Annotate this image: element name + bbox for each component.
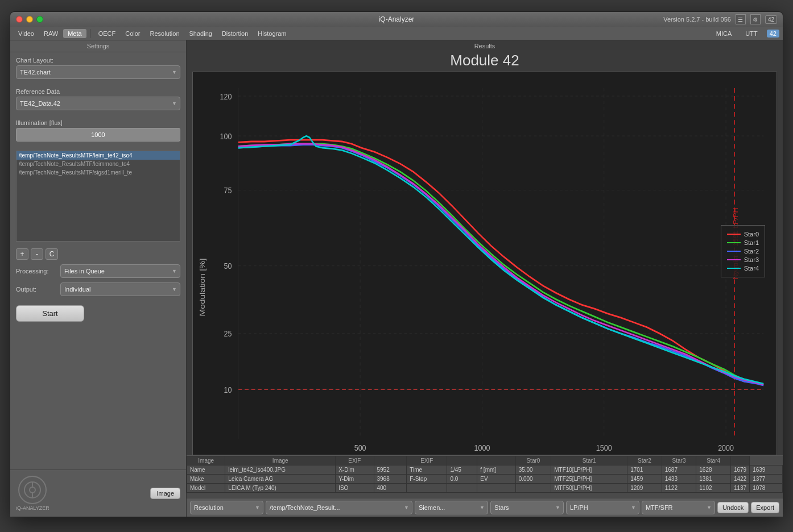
row0-star0: 1701 [627,466,662,475]
close-button[interactable] [16,16,23,23]
gear-icon[interactable]: ⚙ [750,14,761,24]
col-exif1-val-header [374,456,407,466]
maximize-button[interactable] [36,16,43,23]
dropdown3-wrapper: Siemen... ▼ [415,501,488,514]
middle-menu-group: OECF Color Resolution Shading Distortion… [94,29,291,38]
menu-video[interactable]: Video [14,29,39,38]
dropdown4-stars[interactable]: Stars [490,501,564,514]
row2-star4: 1078 [750,484,783,493]
dropdown5-wrapper: LP/PH ▼ [566,501,639,514]
minimize-button[interactable] [26,16,33,23]
scroll-col [730,456,749,466]
col-star2-header: Star2 [627,456,662,466]
export-button[interactable]: Export [751,502,779,513]
dropdown2-path[interactable]: /temp/TechNote_Result... [266,501,412,514]
start-button[interactable]: Start [16,305,84,322]
menu-mica[interactable]: MICA [712,29,737,38]
file-item-1[interactable]: /temp/TechNote_ResultsMTF/leimmono_to4 [16,160,180,168]
row2-model: LEICA M (Typ 240) [225,484,336,493]
legend-line-star2 [727,251,741,252]
image-button[interactable]: Image [150,488,180,499]
remove-file-button[interactable]: - [31,248,43,260]
chart-layout-select-wrapper: TE42.chart ▼ [16,65,180,79]
chart-layout-label: Chart Layout: [16,57,180,64]
row1-fstop-label: F-Stop [407,475,447,484]
file-item-0[interactable]: /temp/TechNote_ResultsMTF/leim_te42_iso4 [16,151,180,160]
legend-label-star1: Star1 [744,239,759,246]
reference-data-select-wrapper: TE42_Data.42 ▼ [16,97,180,110]
svg-text:100: 100 [220,131,232,142]
row1-star2: 1381 [696,475,731,484]
menu-meta[interactable]: Meta [63,29,86,38]
legend-label-star0: Star0 [744,231,759,238]
svg-point-1 [30,487,35,493]
left-panel: Settings Chart Layout: TE42.chart ▼ Refe… [10,40,187,517]
row2-star0: 1209 [627,484,662,493]
menu-shading[interactable]: Shading [185,29,217,38]
logo-text: iQ-ANALYZER [16,505,49,511]
illumination-section: Illumination [flux] [10,115,186,146]
row1-ev-val: 0.000 [515,475,551,484]
legend-line-star3 [727,259,741,260]
window-controls [16,16,43,23]
chart-container: 120 100 75 50 25 10 500 1000 1500 2000 M… [192,72,777,455]
menu-utt[interactable]: UTT [741,29,762,38]
dropdown1-resolution[interactable]: Resolution [190,501,263,514]
undock-button[interactable]: Undock [717,502,749,513]
output-select[interactable]: Individual [60,282,180,296]
table-row-1: Make Leica Camera AG Y-Dim 3968 F-Stop 0… [187,475,783,484]
processing-select[interactable]: Files in Queue [60,264,180,278]
add-file-button[interactable]: + [16,248,28,260]
menu-oecf[interactable]: OECF [94,29,121,38]
illumination-label: Illumination [flux] [16,119,180,126]
row0-image-name: leim_te42_iso400.JPG [225,466,336,475]
menu-42[interactable]: 42 [767,30,779,38]
row0-star4: 1639 [750,466,783,475]
col-exif2-header: EXIF [407,456,447,466]
svg-text:500: 500 [354,443,366,453]
settings-icon[interactable]: ☰ [736,14,746,24]
legend-star1: Star1 [727,239,759,246]
row1-make: Leica Camera AG [225,475,336,484]
dropdown6-mtfsfr[interactable]: MTF/SFR [642,501,715,514]
reference-data-label: Reference Data [16,88,180,95]
menu-color[interactable]: Color [121,29,144,38]
svg-text:50: 50 [224,261,232,271]
svg-text:75: 75 [224,185,232,196]
file-item-2[interactable]: /temp/TechNote_ResultsMTF/sigsd1merill_t… [16,168,180,177]
reference-data-select[interactable]: TE42_Data.42 [16,97,180,110]
illumination-input[interactable] [16,128,180,142]
row2-star3: 1137 [730,484,749,493]
menu-histogram[interactable]: Histogram [253,29,291,38]
row0-fmm-val: 35.00 [515,466,551,475]
row1-fstop-val: 0.0 [447,475,477,484]
row0-time-label: Time [407,466,447,475]
file-list[interactable]: /temp/TechNote_ResultsMTF/leim_te42_iso4… [16,151,180,242]
output-label: Output: [16,286,56,293]
processing-row: Processing: Files in Queue ▼ [10,262,186,280]
table-row-0: Name leim_te42_iso400.JPG X-Dim 5952 Tim… [187,466,783,475]
clear-files-button[interactable]: C [46,248,58,260]
chart-layout-select[interactable]: TE42.chart [16,65,180,79]
svg-text:120: 120 [220,91,232,101]
menu-resolution[interactable]: Resolution [146,29,184,38]
right-panel: Results Module 42 [187,40,783,517]
legend-line-star0 [727,234,741,235]
processing-select-wrapper: Files in Queue ▼ [60,264,180,278]
main-window: iQ-Analyzer Version 5.2.7 - build 056 ☰ … [10,11,783,517]
menu-raw[interactable]: RAW [39,29,63,38]
chart-layout-section: Chart Layout: TE42.chart ▼ [10,52,186,84]
dropdown5-lpph[interactable]: LP/PH [566,501,639,514]
logo-area: iQ-ANALYZER Image [10,469,186,517]
col-exif1-header: EXIF [336,456,374,466]
row0-xdim-val: 5952 [374,466,407,475]
chart-svg: 120 100 75 50 25 10 500 1000 1500 2000 M… [193,72,777,455]
logo-icon [18,476,47,504]
dropdown3-siemen[interactable]: Siemen... [415,501,488,514]
version-label: Version 5.2.7 - build 056 [663,16,731,23]
row1-ev-label: EV [477,475,515,484]
module-title: Module 42 [187,49,783,72]
menu-distortion[interactable]: Distortion [217,29,253,38]
chart-legend: Star0 Star1 Star2 Star3 [721,225,765,277]
legend-star3: Star3 [727,256,759,263]
